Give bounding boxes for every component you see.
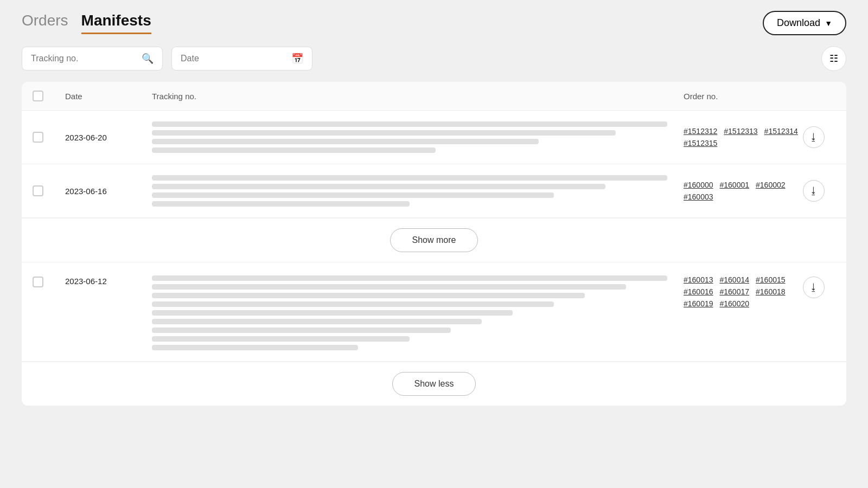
order-no-link[interactable]: #160013 (684, 275, 713, 284)
order-no-link[interactable]: #160015 (756, 275, 786, 284)
row-date-1: 2023-06-20 (65, 133, 152, 142)
order-no-link[interactable]: #160020 (720, 299, 750, 308)
table-row: 2023-06-16 #160000 #160001 #160002 #1600… (22, 164, 846, 218)
download-button[interactable]: Download ▼ (763, 11, 846, 35)
manifests-table: Date Tracking no. Order no. 2023-06-20 #… (22, 82, 846, 406)
tab-manifests[interactable]: Manifests (81, 12, 151, 34)
select-all-checkbox[interactable] (33, 91, 43, 101)
order-no-link[interactable]: #160000 (684, 181, 713, 189)
show-less-button[interactable]: Show less (392, 372, 476, 396)
tracking-line (152, 184, 605, 189)
col-tracking-label: Tracking no. (152, 92, 684, 101)
tracking-line (152, 275, 667, 281)
show-more-button[interactable]: Show more (390, 228, 478, 252)
tracking-search-box: 🔍 (22, 47, 163, 70)
order-numbers-3: #160013 #160014 #160015 #160016 #160017 … (684, 275, 803, 308)
tracking-search-input[interactable] (31, 54, 136, 63)
order-no-link[interactable]: #160019 (684, 299, 713, 308)
order-no-link[interactable]: #160003 (684, 192, 713, 201)
tracking-line (152, 192, 554, 198)
tracking-lines-1 (152, 121, 684, 153)
order-no-link[interactable]: #160017 (720, 287, 750, 296)
chevron-down-icon: ▼ (825, 19, 832, 28)
table-row: 2023-06-12 #160013 #160014 #160015 #1600… (22, 262, 846, 362)
download-icon: ⭳ (809, 132, 819, 143)
download-label: Download (777, 17, 820, 29)
order-no-link[interactable]: #1512315 (684, 139, 717, 147)
download-icon: ⭳ (809, 282, 819, 293)
order-numbers-1: #1512312 #1512313 #1512314 #1512315 (684, 127, 803, 147)
col-order-label: Order no. (684, 92, 803, 101)
row-date-2: 2023-06-16 (65, 187, 152, 196)
row-date-3: 2023-06-12 (65, 277, 152, 286)
tracking-line (152, 121, 667, 127)
tracking-line (152, 293, 585, 298)
order-no-link[interactable]: #160002 (756, 181, 786, 189)
col-date-label: Date (65, 92, 152, 101)
show-more-row: Show more (22, 218, 846, 262)
tab-orders[interactable]: Orders (22, 12, 68, 34)
tracking-line (152, 319, 482, 324)
order-no-link[interactable]: #1512313 (724, 127, 757, 136)
table-row: 2023-06-20 #1512312 #1512313 #1512314 #1… (22, 111, 846, 164)
tracking-line (152, 336, 410, 342)
download-icon: ⭳ (809, 185, 819, 197)
order-no-link[interactable]: #1512314 (764, 127, 798, 136)
row-checkbox-1[interactable] (33, 132, 43, 143)
order-numbers-2: #160000 #160001 #160002 #160003 (684, 181, 803, 201)
tracking-line (152, 130, 616, 136)
order-no-link[interactable]: #160014 (720, 275, 750, 284)
grid-view-button[interactable]: ☷ (821, 46, 846, 71)
tracking-line (152, 328, 451, 333)
tracking-line (152, 139, 539, 144)
tracking-lines-2 (152, 175, 684, 207)
row-checkbox-3[interactable] (33, 277, 43, 287)
order-no-link[interactable]: #1512312 (684, 127, 717, 136)
row-download-button-1[interactable]: ⭳ (803, 126, 825, 148)
tracking-lines-3 (152, 275, 684, 350)
row-download-button-2[interactable]: ⭳ (803, 180, 825, 202)
tracking-line (152, 301, 554, 307)
tracking-line (152, 147, 436, 153)
table-header: Date Tracking no. Order no. (22, 82, 846, 111)
tracking-line (152, 345, 358, 350)
tracking-line (152, 201, 410, 207)
search-icon: 🔍 (142, 53, 154, 65)
tracking-line (152, 284, 626, 290)
row-checkbox-2[interactable] (33, 185, 43, 196)
show-less-row: Show less (22, 362, 846, 406)
order-no-link[interactable]: #160016 (684, 287, 713, 296)
date-filter-box: 📅 (171, 47, 312, 70)
search-row: 🔍 📅 ☷ (22, 46, 846, 71)
date-filter-input[interactable] (181, 54, 286, 63)
tracking-line (152, 175, 667, 181)
row-download-button-3[interactable]: ⭳ (803, 277, 825, 298)
nav-header: Orders Manifests Download ▼ (22, 11, 846, 35)
grid-icon: ☷ (829, 53, 838, 65)
order-no-link[interactable]: #160001 (720, 181, 750, 189)
tracking-line (152, 310, 513, 316)
calendar-icon: 📅 (291, 53, 303, 65)
order-no-link[interactable]: #160018 (756, 287, 786, 296)
nav-tabs: Orders Manifests (22, 12, 151, 34)
